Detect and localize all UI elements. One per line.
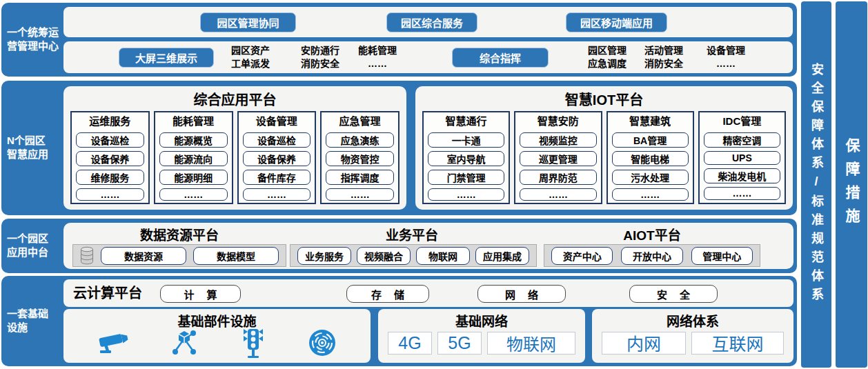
cloud-box-compute: 计 算 <box>160 285 241 303</box>
iot-item: 门禁管理 <box>428 170 504 185</box>
device-icon-row <box>77 327 357 359</box>
iot-item: 污水处理 <box>612 170 689 185</box>
pill-business-service: 业务服务 <box>297 247 351 265</box>
tag-internet: 互联网 <box>691 332 784 355</box>
iot-item: 精密空调 <box>704 132 780 148</box>
iot-item: 智能电梯 <box>612 151 689 166</box>
app-column-emergency: 应急管理 应急演练 物资管控 指挥调度 …… <box>320 111 400 204</box>
app-column-ops-service: 运维服务 设备巡检 设备保养 维修服务 …… <box>70 111 150 204</box>
feature-text-energy: 能耗管理 …… <box>346 44 408 70</box>
node-network-icon <box>170 328 199 357</box>
cctv-camera-icon <box>97 329 129 357</box>
tag-5g: 5G <box>437 332 482 355</box>
label-line: 营管理中心 <box>7 39 65 53</box>
app-item: 能源流向 <box>159 151 228 166</box>
feature-line: 工单派发 <box>219 57 282 70</box>
iot-column-security: 智慧安防 视频监控 巡更管理 周界防范 …… <box>514 111 602 204</box>
column-group: 智慧通行 一卡通 室内导航 门禁管理 …… 智慧安防 视频监控 巡更管理 周界防… <box>422 111 786 204</box>
feature-line: 设备管理 <box>695 44 757 57</box>
column-group: 运维服务 设备巡检 设备保养 维修服务 …… 能耗管理 能源概览 能源流向 能源… <box>70 111 400 204</box>
app-item-more: …… <box>159 188 228 201</box>
section-label-ops: 一个统筹运 营管理中心 <box>7 26 65 53</box>
panel-app-platform: 综合应用平台 运维服务 设备巡检 设备保养 维修服务 …… 能耗管理 能源概览 … <box>63 86 406 210</box>
data-platform-strip: 数据资源 数据模型 <box>72 244 286 267</box>
panel-title: 网络体系 <box>592 311 793 330</box>
feature-line: 安防通行 <box>289 44 351 57</box>
cloud-box-network: 网 络 <box>477 285 566 303</box>
panel-title: 综合应用平台 <box>63 89 406 109</box>
feature-line: …… <box>346 57 408 70</box>
pill-iot: 物联网 <box>416 247 470 265</box>
iot-item: UPS <box>704 151 780 165</box>
cloud-platform-title: 云计算平台 <box>73 279 142 307</box>
iot-item: 柴油发电机 <box>704 168 780 183</box>
feature-line: 应急调度 <box>576 57 638 70</box>
alarm-siren-icon <box>308 328 337 357</box>
feature-text-device: 设备管理 …… <box>695 44 757 70</box>
pill-mgmt-center: 管理中心 <box>691 247 753 265</box>
tag-4g: 4G <box>388 332 432 355</box>
app-item: 设备巡检 <box>76 132 144 148</box>
ops-top-strip: 园区管理协同 园区综合服务 园区移动端应用 <box>63 7 793 37</box>
pill-data-model: 数据模型 <box>193 247 279 265</box>
traffic-light-icon <box>239 328 267 358</box>
column-header: 智慧通行 <box>428 114 504 129</box>
label-line: 智慧应用 <box>7 148 65 161</box>
section-smart-apps: N个园区 智慧应用 综合应用平台 运维服务 设备巡检 设备保养 维修服务 …… … <box>1 81 797 215</box>
app-column-energy: 能耗管理 能源概览 能源流向 能源明细 …… <box>154 111 233 204</box>
feature-text-assets: 园区资产 工单派发 <box>219 44 282 70</box>
feature-line: 能耗管理 <box>346 44 408 57</box>
network-system-tag-row: 内网 互联网 <box>598 328 788 357</box>
column-header: 运维服务 <box>76 114 144 129</box>
section-infrastructure: 一套基础 设施 云计算平台 计 算 存 储 网 络 安 全 基础部件设施 <box>1 276 797 366</box>
pill-video-fusion: 视频融合 <box>357 247 411 265</box>
app-item: 维修服务 <box>76 170 144 185</box>
iot-item: BA管理 <box>612 132 689 148</box>
app-item: 设备巡检 <box>243 132 311 148</box>
label-line: 一套基础 <box>7 307 65 321</box>
chip-park-mobile: 园区移动端应用 <box>566 12 667 32</box>
label-line: 设施 <box>7 321 65 335</box>
iot-item-more: …… <box>612 188 689 201</box>
feature-line: 活动管理 <box>633 44 695 57</box>
chip-command: 综合指挥 <box>452 48 549 68</box>
app-item: 指挥调度 <box>326 170 394 185</box>
aiot-platform-strip: 资产中心 开放中心 管理中心 <box>544 244 760 267</box>
right-bar-security-standards: 安全保障体系/标准规范体系 <box>801 1 831 368</box>
feature-line: …… <box>695 57 757 70</box>
section-ops-center: 一个统筹运 营管理中心 园区管理协同 园区综合服务 园区移动端应用 大屏三维展示… <box>1 3 797 77</box>
app-item-more: …… <box>243 188 311 201</box>
column-header: 智慧建筑 <box>612 114 689 129</box>
iot-item: 视频监控 <box>520 132 596 148</box>
group-title-business: 业务平台 <box>329 225 495 243</box>
cloud-platform-strip: 云计算平台 计 算 存 储 网 络 安 全 <box>63 279 793 307</box>
app-column-device: 设备管理 设备巡检 设备保养 备件库存 …… <box>237 111 317 204</box>
feature-line: 消防安全 <box>289 57 351 70</box>
pill-app-integration: 应用集成 <box>475 247 529 265</box>
database-icon <box>80 246 94 265</box>
section-label-apps: N个园区 智慧应用 <box>7 134 65 161</box>
feature-text-activity: 活动管理 消防安全 <box>633 44 695 70</box>
feature-text-security: 安防通行 消防安全 <box>289 44 351 70</box>
group-title-aiot: AIOT平台 <box>569 225 735 243</box>
column-header: IDC管理 <box>704 114 780 129</box>
right-bar-safeguards: 保障措施 <box>836 1 867 368</box>
iot-item: 周界防范 <box>520 170 596 185</box>
column-header: 智慧安防 <box>520 114 596 129</box>
panel-title: 基础网络 <box>378 311 585 330</box>
label-line: 一个统筹运 <box>7 26 65 39</box>
iot-column-idc: IDC管理 精密空调 UPS 柴油发电机 …… <box>698 111 786 204</box>
label-line: 应用中台 <box>7 246 65 259</box>
app-item: 设备保养 <box>243 151 311 166</box>
app-item: 物资管控 <box>326 151 394 166</box>
app-item: 应急演练 <box>326 132 394 148</box>
app-item: 设备保养 <box>76 151 144 166</box>
iot-item-more: …… <box>520 188 596 201</box>
label-line: 一个园区 <box>7 232 65 246</box>
feature-line: 园区管理 <box>576 44 638 57</box>
panel-network-system: 网络体系 内网 互联网 <box>592 309 793 363</box>
section-label-infra: 一套基础 设施 <box>7 307 65 335</box>
panel-base-components: 基础部件设施 <box>63 309 371 363</box>
pill-open-center: 开放中心 <box>621 247 682 265</box>
iot-column-building: 智慧建筑 BA管理 智能电梯 污水处理 …… <box>606 111 694 204</box>
